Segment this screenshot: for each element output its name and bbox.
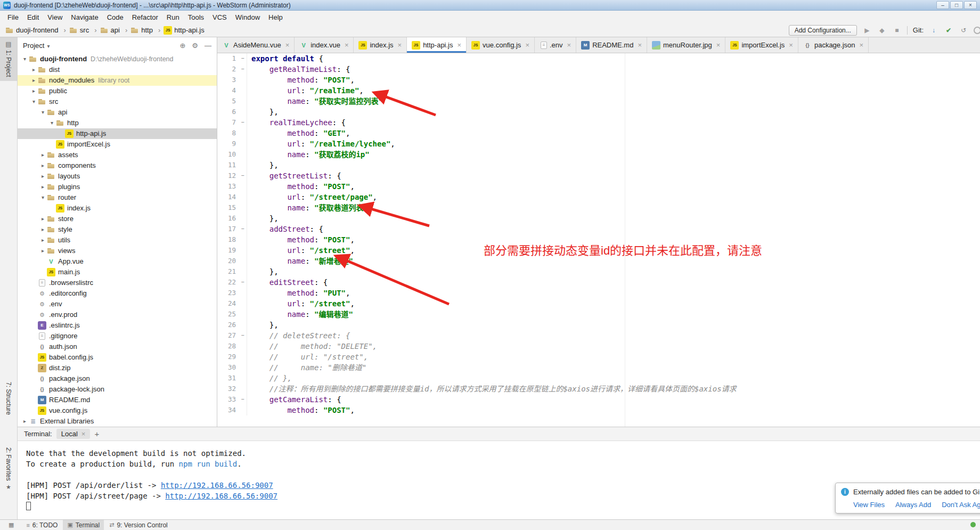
tab-close-icon[interactable] [638,41,642,49]
menu-item[interactable]: Edit [23,12,43,23]
tab-close-icon[interactable] [860,41,864,49]
git-revert-icon[interactable] [959,27,968,34]
code-line-1[interactable]: 1−export default { [217,53,980,64]
editor-tab[interactable]: index.vue [295,37,354,53]
code-line-4[interactable]: 4 url: "/realTime", [217,85,980,96]
terminal-tab-local[interactable]: Local [56,429,91,439]
tree-item-store[interactable]: store [18,214,217,224]
chevron-collapsed-icon[interactable] [39,214,47,224]
tab-close-icon[interactable] [285,41,290,49]
terminal-url-link[interactable]: http://192.168.66.56:9007 [165,492,277,500]
tree-item-.env.prod[interactable]: .env.prod [18,309,217,320]
tree-item-.gitignore[interactable]: .gitignore [18,331,217,341]
fold-marker-icon[interactable]: − [239,394,247,405]
tree-item-http[interactable]: http [18,118,217,128]
maximize-button[interactable] [950,1,963,9]
chevron-collapsed-icon[interactable] [39,160,47,171]
tree-item-assets[interactable]: assets [18,150,217,160]
tree-item-vue.config.js[interactable]: vue.config.js [18,405,217,416]
tree-item-api[interactable]: api [18,107,217,118]
status-bar-item[interactable] [4,520,21,530]
tool-window-button[interactable]: 2: Favorites [0,444,17,494]
breadcrumb-item[interactable]: http-api.js [162,26,205,35]
chevron-collapsed-icon[interactable] [21,416,29,427]
code-line-7[interactable]: 7− realTimeLychee: { [217,117,980,128]
chevron-collapsed-icon[interactable] [39,182,47,192]
editor-tab[interactable]: .env [535,37,576,53]
code-line-21[interactable]: 21 }, [217,266,980,277]
tree-item-App.vue[interactable]: App.vue [18,256,217,267]
tab-close-icon[interactable] [567,41,571,49]
status-bar-item[interactable]: Terminal [63,520,104,530]
tree-item-http-api.js[interactable]: http-api.js [18,128,217,139]
tree-item-duoji-frontend[interactable]: duoji-frontendD:\zheheWeb\duoji-frontend [18,54,217,64]
chevron-expanded-icon[interactable] [39,107,47,118]
tree-item-utils[interactable]: utils [18,235,217,246]
code-line-31[interactable]: 31 // }, [217,373,980,384]
code-line-13[interactable]: 13 method: "POST", [217,181,980,192]
menu-item[interactable]: File [3,12,23,23]
code-line-30[interactable]: 30 // name: "删除巷道" [217,362,980,373]
code-line-22[interactable]: 22− editStreet: { [217,277,980,288]
tree-item-.env[interactable]: .env [18,299,217,309]
code-line-27[interactable]: 27− // deleteStreet: { [217,330,980,341]
tab-close-icon[interactable] [458,41,462,49]
code-line-12[interactable]: 12− getStreetList: { [217,170,980,181]
tree-item-External Libraries[interactable]: External Libraries [18,416,217,427]
editor-tab[interactable]: vue.config.js [467,37,535,53]
add-configuration-button[interactable]: Add Configuration... [789,25,857,36]
chevron-expanded-icon[interactable] [39,192,47,203]
fold-marker-icon[interactable]: − [239,330,247,341]
tree-item-README.md[interactable]: README.md [18,395,217,405]
code-line-29[interactable]: 29 // url: "/street", [217,352,980,362]
chevron-expanded-icon[interactable] [48,118,56,128]
tree-item-src[interactable]: src [18,96,217,107]
editor-tab[interactable]: README.md [576,37,647,53]
tree-item-node_modules[interactable]: node_moduleslibrary root [18,75,217,86]
editor-tab[interactable]: AsideMenu.vue [217,37,295,53]
search-everywhere-icon[interactable] [974,27,980,34]
tree-item-package-lock.json[interactable]: package-lock.json [18,384,217,395]
fold-marker-icon[interactable]: − [239,64,247,75]
code-line-6[interactable]: 6 }, [217,107,980,117]
fold-marker-icon[interactable]: − [239,224,247,234]
chevron-collapsed-icon[interactable] [39,224,47,235]
code-line-34[interactable]: 34 method: "POST", [217,405,980,415]
code-line-17[interactable]: 17− addStreet: { [217,224,980,234]
code-line-8[interactable]: 8 method: "GET", [217,128,980,138]
code-line-32[interactable]: 32 //注释：所有用到删除的接口都需要拼接变量id，所以请求方式采用了挂载在原… [217,384,980,394]
tree-item-layouts[interactable]: layouts [18,171,217,182]
editor-tab[interactable]: importExcel.js [725,37,798,53]
code-line-9[interactable]: 9 url: "/realTime/lychee", [217,138,980,149]
tree-item-importExcel.js[interactable]: importExcel.js [18,139,217,150]
code-line-33[interactable]: 33− getCameraList: { [217,394,980,405]
tree-item-index.js[interactable]: index.js [18,203,217,214]
editor-tab[interactable]: http-api.js [407,37,467,53]
chevron-collapsed-icon[interactable] [30,86,38,96]
menu-item[interactable]: Run [162,12,184,23]
tree-item-style[interactable]: style [18,224,217,235]
code-line-24[interactable]: 24 url: "/street", [217,298,980,309]
git-commit-icon[interactable] [944,27,953,34]
status-bar-item[interactable]: 9: Version Control [105,520,172,530]
tree-item-main.js[interactable]: main.js [18,267,217,278]
tab-close-icon[interactable] [525,41,529,49]
menu-item[interactable]: View [43,12,67,23]
menu-item[interactable]: Navigate [67,12,102,23]
chevron-collapsed-icon[interactable] [39,150,47,160]
menu-item[interactable]: Window [231,12,264,23]
breadcrumb-item[interactable]: api [99,26,129,35]
tree-item-router[interactable]: router [18,192,217,203]
status-bar-item[interactable]: 6: TODO [22,520,62,530]
project-view-selector[interactable]: Project [23,42,50,50]
editor-tab[interactable]: menuRouter.jpg [647,37,725,53]
menu-item[interactable]: Refactor [128,12,162,23]
locate-file-icon[interactable] [179,42,185,50]
tab-close-icon[interactable] [716,41,721,49]
chevron-expanded-icon[interactable] [30,96,38,107]
editor-tab[interactable]: index.js [354,37,407,53]
tree-item-.eslintrc.js[interactable]: .eslintrc.js [18,320,217,331]
tree-item-dist[interactable]: dist [18,64,217,75]
event-log-icon[interactable] [970,522,976,527]
tree-item-components[interactable]: components [18,160,217,171]
